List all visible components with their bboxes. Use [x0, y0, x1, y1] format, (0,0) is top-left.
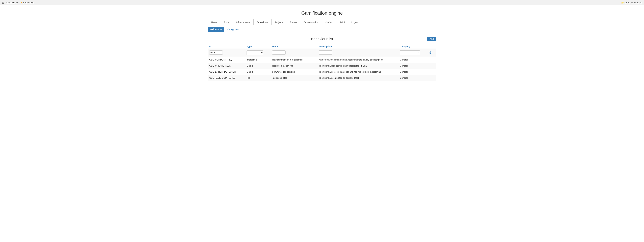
- filter-type-cell: Interaction Simple Task: [245, 49, 271, 57]
- otros-marcadores: 📁 Otros marcadores: [621, 1, 642, 4]
- filter-clear-cell: ⊗: [428, 49, 436, 57]
- cell-id: GSE_COMMENT_REQ: [208, 57, 245, 63]
- filter-description-cell: [318, 49, 399, 57]
- filter-id-input[interactable]: [209, 50, 223, 55]
- col-header-type: Type: [245, 44, 271, 49]
- star-icon: ★: [20, 1, 22, 4]
- cell-name: Software error detected: [271, 69, 318, 75]
- apps-icon: ⊞: [2, 1, 4, 4]
- apps-label: Aplicaciones: [6, 1, 18, 4]
- otros-label: Otros marcadores: [624, 1, 642, 4]
- col-header-description: Description: [318, 44, 399, 49]
- cell-category: General: [398, 57, 428, 63]
- table-row: GSE_ERROR_DETECTEDSimpleSoftware error d…: [208, 69, 436, 75]
- cell-type: Interaction: [245, 57, 271, 63]
- cell-category: General: [398, 75, 428, 81]
- nav-item-users[interactable]: Users: [208, 19, 220, 25]
- table-row: GSE_TASK_COMPLETEDTaskTask completedThe …: [208, 75, 436, 81]
- bookmarks-bar: ★ Bookmarks: [20, 1, 34, 4]
- cell-type: Simple: [245, 69, 271, 75]
- cell-name: Register a task in Jira: [271, 63, 318, 69]
- cell-id: GSE_ERROR_DETECTED: [208, 69, 245, 75]
- filter-type-select[interactable]: Interaction Simple Task: [246, 50, 263, 55]
- cell-id: GSE_TASK_COMPLETED: [208, 75, 245, 81]
- nav-item-niveles[interactable]: Niveles: [322, 19, 336, 25]
- cell-actions: [428, 57, 436, 63]
- bookmarks-label: Bookmarks: [23, 1, 34, 4]
- cell-actions: [428, 63, 436, 69]
- tab-categories[interactable]: Categories: [225, 27, 241, 32]
- table-header-row: Id Type Name Description Category: [208, 44, 436, 49]
- nav-bar: Users Tools Achievements Behaviours Proj…: [208, 19, 436, 25]
- cell-category: General: [398, 63, 428, 69]
- section-header: Behaviour list Add: [208, 37, 436, 41]
- cell-type: Task: [245, 75, 271, 81]
- filter-name-input[interactable]: [272, 50, 286, 55]
- table-row: GSE_COMMENT_REQInteractionNew comment on…: [208, 57, 436, 63]
- table-row: GSE_CREATE_TASKSimpleRegister a task in …: [208, 63, 436, 69]
- cell-description: The user has registered a new project ta…: [318, 63, 399, 69]
- sub-tabs: Behaviours Categories: [208, 25, 436, 33]
- col-header-name: Name: [271, 44, 318, 49]
- filter-description-input[interactable]: [319, 50, 332, 55]
- col-header-id: Id: [208, 44, 245, 49]
- behaviour-table: Id Type Name Description Category Intera…: [208, 44, 436, 81]
- col-header-actions: [428, 44, 436, 49]
- tab-behaviours[interactable]: Behaviours: [208, 27, 224, 32]
- section-title: Behaviour list: [311, 37, 333, 41]
- nav-item-projects[interactable]: Projects: [272, 19, 286, 25]
- cell-description: The user has completed an assigned task: [318, 75, 399, 81]
- add-button[interactable]: Add: [427, 37, 436, 41]
- filter-name-cell: [271, 49, 318, 57]
- clear-filter-button[interactable]: ⊗: [429, 50, 432, 54]
- browser-bar: ⊞ Aplicaciones ★ Bookmarks 📁 Otros marca…: [0, 0, 644, 5]
- page-title: Gamification engine: [208, 5, 436, 19]
- nav-item-games[interactable]: Games: [286, 19, 300, 25]
- filter-id-cell: [208, 49, 245, 57]
- nav-item-logout[interactable]: Logout: [348, 19, 362, 25]
- cell-description: An user has commented on a requirement t…: [318, 57, 399, 63]
- cell-name: Task completed: [271, 75, 318, 81]
- cell-description: The user has detected an error and has r…: [318, 69, 399, 75]
- filter-row: Interaction Simple Task General: [208, 49, 436, 57]
- nav-item-achievements[interactable]: Achievements: [232, 19, 254, 25]
- nav-item-behaviours[interactable]: Behaviours: [254, 19, 272, 25]
- cell-category: General: [398, 69, 428, 75]
- folder-icon: 📁: [621, 1, 624, 4]
- nav-item-customization[interactable]: Customization: [300, 19, 322, 25]
- cell-actions: [428, 69, 436, 75]
- col-header-category: Category: [398, 44, 428, 49]
- cell-actions: [428, 75, 436, 81]
- cell-name: New comment on a requirement: [271, 57, 318, 63]
- filter-category-select[interactable]: General: [400, 50, 420, 55]
- nav-item-ldap[interactable]: LDAP: [336, 19, 348, 25]
- nav-item-tools[interactable]: Tools: [220, 19, 232, 25]
- filter-category-cell: General: [398, 49, 428, 57]
- cell-type: Simple: [245, 63, 271, 69]
- cell-id: GSE_CREATE_TASK: [208, 63, 245, 69]
- page-container: Gamification engine Users Tools Achievem…: [204, 5, 440, 81]
